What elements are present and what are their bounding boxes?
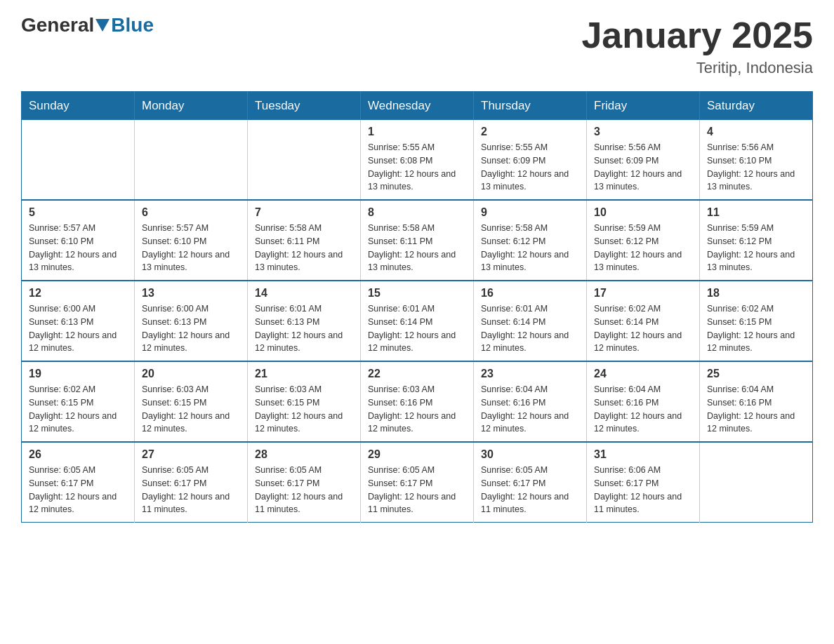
day-number: 18 (707, 287, 805, 300)
calendar-cell: 15Sunrise: 6:01 AM Sunset: 6:14 PM Dayli… (361, 281, 474, 361)
day-info: Sunrise: 5:58 AM Sunset: 6:11 PM Dayligh… (368, 222, 466, 274)
calendar-cell: 26Sunrise: 6:05 AM Sunset: 6:17 PM Dayli… (22, 442, 135, 523)
calendar-cell: 25Sunrise: 6:04 AM Sunset: 6:16 PM Dayli… (700, 361, 813, 442)
calendar-cell: 28Sunrise: 6:05 AM Sunset: 6:17 PM Dayli… (248, 442, 361, 523)
day-info: Sunrise: 6:05 AM Sunset: 6:17 PM Dayligh… (142, 464, 240, 516)
calendar-week-row: 5Sunrise: 5:57 AM Sunset: 6:10 PM Daylig… (22, 200, 813, 281)
calendar-week-row: 26Sunrise: 6:05 AM Sunset: 6:17 PM Dayli… (22, 442, 813, 523)
logo-general: General (21, 14, 94, 36)
calendar-cell: 3Sunrise: 5:56 AM Sunset: 6:09 PM Daylig… (587, 120, 700, 200)
calendar-cell: 11Sunrise: 5:59 AM Sunset: 6:12 PM Dayli… (700, 200, 813, 281)
day-number: 23 (481, 368, 579, 380)
logo-blue: Blue (111, 14, 154, 36)
calendar-cell: 22Sunrise: 6:03 AM Sunset: 6:16 PM Dayli… (361, 361, 474, 442)
logo: General Blue (21, 14, 154, 36)
calendar-cell: 18Sunrise: 6:02 AM Sunset: 6:15 PM Dayli… (700, 281, 813, 361)
header-wednesday: Wednesday (361, 92, 474, 121)
calendar-cell: 7Sunrise: 5:58 AM Sunset: 6:11 PM Daylig… (248, 200, 361, 281)
calendar-week-row: 1Sunrise: 5:55 AM Sunset: 6:08 PM Daylig… (22, 120, 813, 200)
day-number: 7 (255, 206, 353, 219)
day-number: 2 (481, 126, 579, 138)
calendar-cell: 21Sunrise: 6:03 AM Sunset: 6:15 PM Dayli… (248, 361, 361, 442)
day-number: 4 (707, 126, 805, 138)
day-number: 25 (707, 368, 805, 380)
calendar-cell: 4Sunrise: 5:56 AM Sunset: 6:10 PM Daylig… (700, 120, 813, 200)
calendar-cell (22, 120, 135, 200)
day-info: Sunrise: 6:03 AM Sunset: 6:16 PM Dayligh… (368, 383, 466, 436)
calendar-cell: 8Sunrise: 5:58 AM Sunset: 6:11 PM Daylig… (361, 200, 474, 281)
calendar-header: Sunday Monday Tuesday Wednesday Thursday… (22, 92, 813, 121)
page-header: General Blue January 2025 Teritip, Indon… (21, 14, 813, 77)
weekday-header-row: Sunday Monday Tuesday Wednesday Thursday… (22, 92, 813, 121)
day-number: 24 (594, 368, 692, 380)
day-info: Sunrise: 6:05 AM Sunset: 6:17 PM Dayligh… (368, 464, 466, 516)
day-info: Sunrise: 5:57 AM Sunset: 6:10 PM Dayligh… (142, 222, 240, 274)
day-number: 9 (481, 206, 579, 219)
day-info: Sunrise: 5:55 AM Sunset: 6:09 PM Dayligh… (481, 141, 579, 194)
calendar-cell: 10Sunrise: 5:59 AM Sunset: 6:12 PM Dayli… (587, 200, 700, 281)
day-info: Sunrise: 6:04 AM Sunset: 6:16 PM Dayligh… (707, 383, 805, 436)
calendar-cell: 31Sunrise: 6:06 AM Sunset: 6:17 PM Dayli… (587, 442, 700, 523)
day-number: 5 (29, 206, 127, 219)
day-info: Sunrise: 5:59 AM Sunset: 6:12 PM Dayligh… (707, 222, 805, 274)
day-info: Sunrise: 6:01 AM Sunset: 6:13 PM Dayligh… (255, 302, 353, 355)
day-number: 14 (255, 287, 353, 300)
calendar-cell: 14Sunrise: 6:01 AM Sunset: 6:13 PM Dayli… (248, 281, 361, 361)
logo-text: General Blue (21, 14, 154, 36)
day-number: 12 (29, 287, 127, 300)
calendar-cell: 20Sunrise: 6:03 AM Sunset: 6:15 PM Dayli… (135, 361, 248, 442)
day-info: Sunrise: 5:56 AM Sunset: 6:09 PM Dayligh… (594, 141, 692, 194)
day-info: Sunrise: 6:05 AM Sunset: 6:17 PM Dayligh… (481, 464, 579, 516)
calendar-week-row: 19Sunrise: 6:02 AM Sunset: 6:15 PM Dayli… (22, 361, 813, 442)
calendar-cell: 23Sunrise: 6:04 AM Sunset: 6:16 PM Dayli… (474, 361, 587, 442)
calendar-cell: 5Sunrise: 5:57 AM Sunset: 6:10 PM Daylig… (22, 200, 135, 281)
calendar-cell (700, 442, 813, 523)
day-number: 6 (142, 206, 240, 219)
day-info: Sunrise: 5:57 AM Sunset: 6:10 PM Dayligh… (29, 222, 127, 274)
day-info: Sunrise: 5:58 AM Sunset: 6:11 PM Dayligh… (255, 222, 353, 274)
day-number: 20 (142, 368, 240, 380)
day-number: 31 (594, 448, 692, 461)
calendar-table: Sunday Monday Tuesday Wednesday Thursday… (21, 91, 813, 523)
day-number: 15 (368, 287, 466, 300)
header-friday: Friday (587, 92, 700, 121)
day-info: Sunrise: 6:04 AM Sunset: 6:16 PM Dayligh… (481, 383, 579, 436)
calendar-cell: 1Sunrise: 5:55 AM Sunset: 6:08 PM Daylig… (361, 120, 474, 200)
day-number: 10 (594, 206, 692, 219)
day-number: 28 (255, 448, 353, 461)
header-thursday: Thursday (474, 92, 587, 121)
calendar-cell: 17Sunrise: 6:02 AM Sunset: 6:14 PM Dayli… (587, 281, 700, 361)
day-info: Sunrise: 6:05 AM Sunset: 6:17 PM Dayligh… (255, 464, 353, 516)
calendar-cell: 13Sunrise: 6:00 AM Sunset: 6:13 PM Dayli… (135, 281, 248, 361)
day-number: 22 (368, 368, 466, 380)
calendar-cell: 30Sunrise: 6:05 AM Sunset: 6:17 PM Dayli… (474, 442, 587, 523)
day-number: 13 (142, 287, 240, 300)
day-info: Sunrise: 6:06 AM Sunset: 6:17 PM Dayligh… (594, 464, 692, 516)
logo-triangle-icon (95, 19, 110, 32)
calendar-cell: 2Sunrise: 5:55 AM Sunset: 6:09 PM Daylig… (474, 120, 587, 200)
day-info: Sunrise: 6:00 AM Sunset: 6:13 PM Dayligh… (29, 302, 127, 355)
header-saturday: Saturday (700, 92, 813, 121)
day-info: Sunrise: 6:03 AM Sunset: 6:15 PM Dayligh… (255, 383, 353, 436)
day-info: Sunrise: 6:04 AM Sunset: 6:16 PM Dayligh… (594, 383, 692, 436)
day-info: Sunrise: 6:02 AM Sunset: 6:15 PM Dayligh… (707, 302, 805, 355)
day-info: Sunrise: 6:01 AM Sunset: 6:14 PM Dayligh… (368, 302, 466, 355)
day-info: Sunrise: 5:59 AM Sunset: 6:12 PM Dayligh… (594, 222, 692, 274)
day-number: 21 (255, 368, 353, 380)
day-number: 16 (481, 287, 579, 300)
calendar-cell: 16Sunrise: 6:01 AM Sunset: 6:14 PM Dayli… (474, 281, 587, 361)
day-info: Sunrise: 6:01 AM Sunset: 6:14 PM Dayligh… (481, 302, 579, 355)
day-info: Sunrise: 6:02 AM Sunset: 6:14 PM Dayligh… (594, 302, 692, 355)
calendar-cell: 24Sunrise: 6:04 AM Sunset: 6:16 PM Dayli… (587, 361, 700, 442)
calendar-cell (248, 120, 361, 200)
day-number: 11 (707, 206, 805, 219)
day-number: 27 (142, 448, 240, 461)
calendar-body: 1Sunrise: 5:55 AM Sunset: 6:08 PM Daylig… (22, 120, 813, 523)
month-title: January 2025 (581, 14, 813, 56)
calendar-cell: 12Sunrise: 6:00 AM Sunset: 6:13 PM Dayli… (22, 281, 135, 361)
day-number: 3 (594, 126, 692, 138)
day-info: Sunrise: 5:56 AM Sunset: 6:10 PM Dayligh… (707, 141, 805, 194)
calendar-cell: 29Sunrise: 6:05 AM Sunset: 6:17 PM Dayli… (361, 442, 474, 523)
day-number: 1 (368, 126, 466, 138)
day-number: 17 (594, 287, 692, 300)
